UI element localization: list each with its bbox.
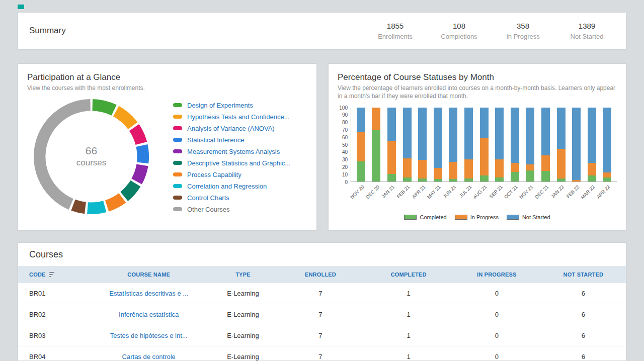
legend-label[interactable]: Correlation and Regression	[187, 183, 267, 190]
stacked-bar[interactable]	[372, 108, 380, 182]
bar-segment-not-started[interactable]	[434, 108, 442, 168]
stacked-bar[interactable]	[526, 108, 534, 182]
bar-segment-in-progress[interactable]	[526, 164, 534, 170]
donut-segment[interactable]	[32, 98, 150, 216]
donut-segment[interactable]	[32, 98, 150, 216]
bar-segment-in-progress[interactable]	[541, 155, 550, 171]
bar-segment-not-started[interactable]	[387, 108, 396, 142]
bar-segment-in-progress[interactable]	[480, 138, 489, 175]
stacked-bar[interactable]	[418, 108, 427, 182]
legend-label[interactable]: Process Capability	[187, 171, 242, 178]
bar-segment-in-progress[interactable]	[434, 168, 442, 179]
participation-legend-item[interactable]: Hypothesis Tests and Confidence...	[173, 113, 307, 121]
donut-segment[interactable]	[32, 98, 150, 216]
column-header-enrolled[interactable]: ENROLLED	[276, 272, 364, 278]
stacked-bar[interactable]	[603, 108, 611, 182]
participation-legend-item[interactable]: Correlation and Regression	[173, 183, 307, 190]
donut-svg[interactable]	[32, 98, 150, 216]
course-name-link[interactable]: Inferência estatística	[88, 311, 210, 318]
bar-segment-not-started[interactable]	[418, 108, 427, 160]
stacked-bar[interactable]	[434, 108, 442, 182]
stacked-bar[interactable]	[541, 108, 550, 182]
stacked-bar[interactable]	[557, 108, 566, 182]
stacked-bar[interactable]	[357, 108, 365, 182]
bar-segment-not-started[interactable]	[557, 108, 566, 149]
donut-segment[interactable]	[32, 98, 150, 216]
stacked-bar[interactable]	[511, 108, 519, 182]
course-name-link[interactable]: Cartas de controle	[88, 353, 210, 360]
donut-segment[interactable]	[32, 98, 150, 216]
participation-legend-item[interactable]: Measurement Systems Analysis	[173, 148, 307, 155]
stacked-bar[interactable]	[403, 108, 412, 182]
stacked-bar[interactable]	[387, 108, 396, 182]
bar-segment-not-started[interactable]	[464, 108, 473, 159]
participation-legend-item[interactable]: Analysis of Variance (ANOVA)	[173, 125, 307, 132]
bar-segment-not-started[interactable]	[572, 108, 581, 180]
bar-segment-not-started[interactable]	[495, 108, 504, 159]
bar-segment-not-started[interactable]	[603, 108, 611, 172]
participation-legend-item[interactable]: Design of Experiments	[173, 102, 307, 109]
bar-segment-not-started[interactable]	[449, 108, 457, 162]
bar-segment-completed[interactable]	[511, 172, 519, 182]
bar-segment-not-started[interactable]	[480, 108, 489, 139]
participation-legend-item[interactable]: Statistical Inference	[173, 136, 307, 144]
participation-donut-chart[interactable]: 66 courses	[27, 98, 173, 218]
bar-segment-completed[interactable]	[449, 179, 457, 181]
column-header-completed[interactable]: COMPLETED	[365, 272, 453, 278]
stacked-bar[interactable]	[572, 108, 581, 182]
bar-segment-in-progress[interactable]	[403, 158, 412, 177]
donut-segment[interactable]	[32, 98, 150, 216]
bar-segment-completed[interactable]	[541, 171, 550, 182]
bar-segment-completed[interactable]	[603, 177, 611, 181]
bar-segment-completed[interactable]	[526, 170, 534, 182]
bar-segment-not-started[interactable]	[403, 108, 412, 158]
bar-segment-in-progress[interactable]	[418, 160, 427, 178]
sort-icon[interactable]	[49, 272, 54, 277]
bar-segment-in-progress[interactable]	[495, 159, 504, 178]
bar-segment-completed[interactable]	[357, 161, 365, 182]
bar-segment-in-progress[interactable]	[387, 141, 396, 174]
participation-legend-item[interactable]: Process Capability	[173, 171, 307, 178]
stacked-bar[interactable]	[464, 108, 473, 182]
participation-legend-item[interactable]: Descriptive Statistics and Graphic...	[173, 159, 307, 167]
course-name-link[interactable]: Testes de hipóteses e int...	[88, 332, 210, 339]
stacked-bar[interactable]	[588, 108, 596, 182]
bar-segment-in-progress[interactable]	[572, 180, 581, 182]
bar-segment-completed[interactable]	[387, 174, 396, 182]
bar-segment-in-progress[interactable]	[603, 172, 611, 177]
bar-segment-in-progress[interactable]	[357, 132, 365, 161]
bar-segment-in-progress[interactable]	[588, 163, 596, 175]
bar-segment-completed[interactable]	[480, 175, 489, 182]
column-header-course-name[interactable]: COURSE NAME	[88, 272, 210, 278]
bar-segment-not-started[interactable]	[588, 108, 596, 163]
column-header-not-started[interactable]: NOT STARTED	[541, 272, 626, 278]
bar-segment-completed[interactable]	[557, 178, 566, 182]
bar-segment-in-progress[interactable]	[449, 162, 457, 179]
bar-segment-in-progress[interactable]	[464, 159, 473, 178]
column-header-code[interactable]: CODE	[18, 272, 88, 278]
stacked-bar[interactable]	[495, 108, 504, 182]
bar-segment-completed[interactable]	[418, 178, 427, 182]
bar-segment-completed[interactable]	[372, 130, 380, 182]
column-header-in-progress[interactable]: IN PROGRESS	[453, 272, 541, 278]
donut-segment[interactable]	[32, 98, 150, 216]
participation-legend-item[interactable]: Control Charts	[173, 194, 307, 202]
legend-label[interactable]: Measurement Systems Analysis	[187, 148, 280, 155]
bar-segment-completed[interactable]	[434, 179, 442, 181]
bar-segment-completed[interactable]	[588, 175, 596, 182]
bar-segment-not-started[interactable]	[511, 108, 519, 163]
bar-segment-in-progress[interactable]	[557, 149, 566, 178]
column-header-type[interactable]: TYPE	[210, 272, 277, 278]
legend-label[interactable]: Analysis of Variance (ANOVA)	[187, 125, 275, 132]
bar-segment-completed[interactable]	[495, 177, 504, 181]
bar-segment-not-started[interactable]	[541, 108, 550, 156]
bar-segment-completed[interactable]	[464, 178, 473, 182]
bar-segment-not-started[interactable]	[357, 108, 365, 132]
stacked-bar[interactable]	[480, 108, 489, 182]
stacked-bar[interactable]	[449, 108, 457, 182]
legend-label[interactable]: Statistical Inference	[187, 136, 244, 144]
legend-label[interactable]: Design of Experiments	[187, 102, 253, 109]
bar-segment-in-progress[interactable]	[372, 108, 380, 130]
course-name-link[interactable]: Estatísticas descritivas e ...	[88, 290, 210, 297]
bar-segment-not-started[interactable]	[526, 108, 534, 164]
